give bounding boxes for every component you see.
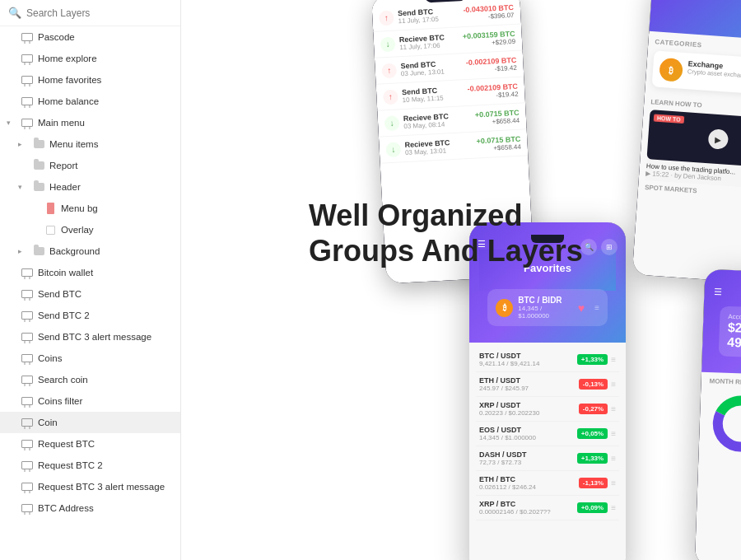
layer-item-label: Main menu: [38, 118, 174, 128]
exchange-card: ₿ Exchange Crypto asset exchange: [652, 50, 741, 96]
layer-item[interactable]: ▸Menu items: [0, 133, 180, 155]
phone4-screen: ☰ Favorites ✓ Account balance $22 490.00…: [695, 269, 741, 560]
layer-item[interactable]: Bitcoin wallet: [0, 262, 180, 283]
layer-item-label: Background: [49, 246, 174, 256]
coin-change-badge: +1,33%: [577, 354, 608, 365]
layer-item[interactable]: Coins: [0, 348, 180, 369]
coin-options-icon: ≡: [611, 355, 616, 364]
coin-pair: ETH / BTC: [479, 475, 576, 483]
layer-item-label: Home balance: [38, 96, 174, 106]
layer-item[interactable]: ▸Background: [0, 240, 180, 262]
tx-info: Send BTC 03 June, 13:01: [400, 58, 462, 77]
coin-options-icon: ≡: [611, 478, 616, 488]
layer-item[interactable]: Send BTC 3 alert message: [0, 326, 180, 348]
coin-info: EOS / USDT 14,345 / $1.000000: [479, 426, 574, 441]
qr-icon: ⊞: [601, 239, 618, 255]
monitor-icon: [21, 437, 34, 450]
layer-item[interactable]: Home favorites: [0, 69, 180, 91]
layer-item[interactable]: Send BTC 2: [0, 305, 180, 326]
folder-icon: [32, 159, 45, 172]
coin-change-badge: -0,27%: [579, 404, 608, 414]
layer-item-label: Request BTC 3 alert message: [38, 482, 174, 492]
coin-info: XRP / BTC 0.00002146 / $0.2027??: [479, 500, 574, 516]
btc-badge: ₿: [496, 299, 513, 317]
layer-item[interactable]: Coins filter: [0, 390, 180, 412]
coin-options-icon: ≡: [611, 429, 616, 438]
video-card: HOW TO ▶: [646, 110, 741, 169]
layer-item[interactable]: Search coin: [0, 369, 180, 390]
layer-item[interactable]: Report: [0, 155, 180, 176]
tx-amount: -0.043010 BTC -$396.07: [463, 3, 514, 21]
transaction-list: ↑ Send BTC 11 July, 17:05 -0.043010 BTC …: [372, 0, 529, 164]
monitor-icon: [21, 287, 34, 301]
coin-info: ETH / BTC 0.026112 / $246.24: [479, 475, 576, 491]
featured-pair: BTC / BIDR: [518, 296, 573, 305]
layer-item-label: Request BTC 2: [38, 460, 174, 470]
tx-direction-icon: ↓: [384, 115, 400, 131]
donut-chart: 📅 December: [706, 390, 741, 459]
options-icon: ≡: [594, 303, 599, 312]
layer-item[interactable]: Request BTC 3 alert message: [0, 476, 180, 497]
layer-item-label: Bitcoin wallet: [38, 268, 174, 278]
favorite-heart-icon: ♥: [578, 301, 585, 315]
layer-item[interactable]: Coin: [0, 412, 180, 433]
phone4-menu-icon: ☰: [714, 287, 722, 297]
tx-info: Recieve BTC 03 May, 13:01: [404, 138, 473, 156]
coin-price: 72,73 / $72.73: [479, 459, 574, 466]
layer-item[interactable]: ▾Header: [0, 176, 180, 198]
tx-amount: +0.003159 BTC +$29.09: [463, 30, 516, 48]
coin-info: XRP / USDT 0.20223 / $0.202230: [479, 401, 576, 417]
coin-row: DASH / USDT 72,73 / $72.73 +1,33% ≡: [476, 446, 619, 471]
layer-item[interactable]: BTC Address: [0, 497, 180, 519]
phone4-header: ☰ Favorites ✓ Account balance $22 490.00…: [701, 269, 741, 377]
layer-item[interactable]: Home balance: [0, 91, 180, 112]
tx-direction-icon: ↓: [380, 36, 396, 52]
coin-row: EOS / USDT 14,345 / $1.000000 +0,05% ≡: [476, 422, 619, 446]
coin-options-icon: ≡: [611, 404, 616, 413]
layer-item-label: Coins filter: [38, 396, 174, 406]
coin-pair: EOS / USDT: [479, 426, 574, 434]
phone2-header-icons: 🔍 ⊞: [580, 239, 618, 255]
account-balance-section: Account balance $22 490.00 WITHDRA...: [719, 306, 741, 361]
coin-change-badge: +0,05%: [577, 428, 608, 439]
categories-section: CATEGORIES ₿ Exchange Crypto asset excha…: [645, 31, 741, 109]
folder-icon: [32, 180, 45, 194]
layer-item[interactable]: Overlay: [0, 219, 180, 240]
layer-item-label: Home explore: [38, 54, 174, 63]
learn-section: LEARN HOW TO HOW TO ▶ How to use the tra…: [639, 98, 741, 191]
phone3-mockup: BTC / USDT 9 419.78 CATEGORIES ₿ Exchang…: [632, 0, 741, 285]
layer-item[interactable]: Send BTC: [0, 283, 180, 305]
monitor-icon: [21, 116, 34, 129]
coin-price: 0.026112 / $246.24: [479, 483, 576, 491]
search-icon: 🔍: [8, 7, 21, 19]
coin-list: BTC / USDT 9,421.14 / $9,421.14 +1,33% ≡…: [469, 343, 626, 525]
layer-item[interactable]: Menu bg: [0, 198, 180, 219]
monitor-icon: [21, 30, 34, 44]
coin-price: 245.97 / $245.97: [479, 385, 576, 392]
layer-item[interactable]: Pascode: [0, 26, 180, 48]
layer-item[interactable]: ▾Main menu: [0, 112, 180, 133]
hero-line2: Groups And Layers: [309, 233, 583, 268]
search-input[interactable]: [26, 7, 172, 19]
coin-pair: XRP / USDT: [479, 401, 576, 409]
folder-icon: [32, 245, 45, 258]
tx-info: Recieve BTC 03 May, 08:14: [403, 111, 472, 130]
coin-change-badge: +0,09%: [577, 502, 608, 513]
search-bar[interactable]: 🔍: [0, 0, 180, 26]
phone4-title: Favorites: [722, 283, 741, 298]
phone3-screen: BTC / USDT 9 419.78 CATEGORIES ₿ Exchang…: [632, 0, 741, 285]
monitor-icon: [21, 309, 34, 322]
layer-item[interactable]: Home explore: [0, 48, 180, 69]
chevron-icon: ▸: [18, 247, 28, 255]
layer-item-label: Menu items: [49, 139, 174, 149]
layer-item[interactable]: Request BTC: [0, 433, 180, 455]
layer-item[interactable]: Request BTC 2: [0, 455, 180, 476]
coin-price: 0.00002146 / $0.2027??: [479, 508, 574, 516]
rect-icon: [44, 223, 57, 236]
layer-thumbnail-icon: [44, 202, 57, 215]
tx-info: Recieve BTC 11 July, 17:06: [399, 32, 459, 51]
coin-pair: ETH / USDT: [479, 376, 576, 385]
hero-line1: Well Organized: [309, 198, 583, 233]
chevron-icon: ▸: [18, 140, 28, 148]
monitor-icon: [21, 266, 34, 279]
